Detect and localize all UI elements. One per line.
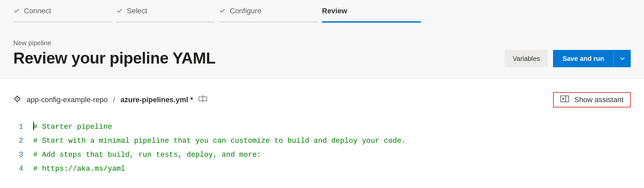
show-assistant-label: Show assistant [574,95,623,104]
code-line: #·https://aka.ms/yaml [33,162,406,176]
step-bar [322,21,421,23]
panel-left-icon [560,95,569,104]
breadcrumb-file[interactable]: azure-pipelines.yml * [121,95,193,104]
line-number: 1 [13,120,23,134]
step-label: Select [127,7,147,15]
breadcrumb-separator: / [113,95,115,104]
editor-gutter: 1 2 3 4 [13,120,33,176]
step-select[interactable]: Select [116,7,215,23]
page-subtitle: New pipeline [13,39,215,47]
step-bar [116,21,215,23]
step-label: Connect [24,7,51,15]
step-bar [13,21,112,23]
step-review[interactable]: Review [322,7,421,23]
header-actions: Variables Save and run [505,50,631,67]
line-number: 4 [13,162,23,176]
breadcrumb-repo[interactable]: app-config-example-repo [27,95,108,104]
save-and-run-dropdown[interactable] [613,50,631,67]
code-line: #·Starter·pipeline [33,120,406,134]
text-cursor [33,122,34,130]
show-assistant-button[interactable]: Show assistant [553,92,631,107]
line-number: 2 [13,134,23,148]
step-bar [219,21,318,23]
yaml-editor[interactable]: 1 2 3 4 #·Starter·pipeline #·Start·with·… [0,112,644,176]
step-connect[interactable]: Connect [13,7,112,23]
rename-icon[interactable] [199,95,207,104]
chevron-down-icon [620,56,625,61]
breadcrumb: app-config-example-repo / azure-pipeline… [13,95,207,105]
check-icon [13,8,20,14]
page-title: Review your pipeline YAML [13,49,215,67]
code-line: #·Start·with·a·minimal·pipeline·that·you… [33,134,406,148]
step-label: Review [322,7,347,15]
save-and-run-button[interactable]: Save and run [553,50,613,67]
editor-content[interactable]: #·Starter·pipeline #·Start·with·a·minima… [33,120,406,176]
svg-rect-1 [561,96,569,102]
code-line: #·Add·steps·that·build,·run·tests,·deplo… [33,148,406,162]
check-icon [116,8,123,14]
step-configure[interactable]: Configure [219,7,318,23]
check-icon [219,8,226,14]
line-number: 3 [13,148,23,162]
repo-icon [13,95,21,105]
step-label: Configure [230,7,261,15]
wizard-stepper: Connect Select Configure [0,0,644,29]
variables-button[interactable]: Variables [505,50,548,67]
